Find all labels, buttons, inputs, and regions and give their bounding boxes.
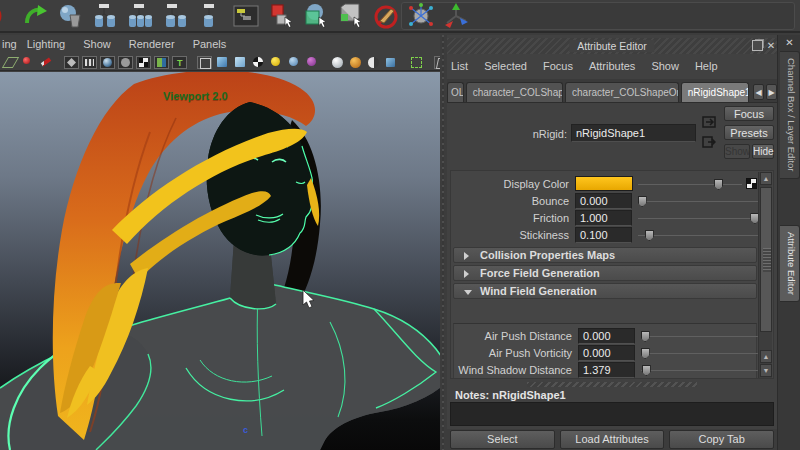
menu-focus[interactable]: Focus bbox=[543, 60, 573, 72]
hide-button[interactable]: Hide bbox=[752, 144, 774, 159]
eye-diamond-icon[interactable] bbox=[64, 56, 79, 69]
air-push-distance-field[interactable]: 0.000 bbox=[578, 328, 635, 344]
cube-green-select-icon[interactable] bbox=[338, 3, 364, 29]
viewport-toolbar bbox=[0, 55, 447, 71]
ball-yellow-icon[interactable] bbox=[269, 56, 284, 69]
cube-blue-light-icon[interactable] bbox=[233, 56, 248, 69]
grid-plane-icon[interactable] bbox=[3, 56, 18, 69]
section-collision-properties-maps[interactable]: Collision Properties Maps bbox=[453, 247, 757, 263]
sphere-wire-select-icon[interactable] bbox=[303, 3, 329, 29]
scroll-down-icon[interactable]: ▼ bbox=[760, 364, 772, 377]
close-panel-icon[interactable]: ✕ bbox=[765, 40, 777, 52]
wind-shadow-distance-field[interactable]: 1.379 bbox=[578, 362, 635, 378]
sphere-axes-icon[interactable] bbox=[408, 3, 434, 29]
select-button[interactable]: Select bbox=[450, 430, 555, 449]
shelf-toolbar bbox=[0, 0, 800, 33]
tab-scroll-right-icon[interactable]: ▶ bbox=[766, 84, 777, 100]
sphere-white-icon[interactable] bbox=[330, 56, 345, 69]
focus-button[interactable]: Focus bbox=[724, 106, 774, 121]
ball-blue-icon[interactable] bbox=[287, 56, 302, 69]
stickiness-slider[interactable] bbox=[638, 228, 758, 242]
menu-panels[interactable]: Panels bbox=[193, 38, 227, 54]
tab-character-colshape[interactable]: character_COLShape bbox=[466, 82, 563, 102]
red-cube-select-icon[interactable] bbox=[268, 3, 294, 29]
pin-red-icon[interactable] bbox=[21, 56, 36, 69]
texture-text-icon[interactable] bbox=[172, 56, 187, 69]
menu-show[interactable]: Show bbox=[651, 60, 679, 72]
notes-textarea[interactable] bbox=[450, 402, 774, 426]
particle-tool-2-icon[interactable] bbox=[128, 3, 154, 29]
particle-tool-4-icon[interactable] bbox=[198, 3, 224, 29]
stickiness-field[interactable]: 0.100 bbox=[575, 227, 632, 243]
circle-flat-icon[interactable] bbox=[118, 56, 133, 69]
menu-attributes[interactable]: Attributes bbox=[589, 60, 635, 72]
scrollbar-thumb[interactable] bbox=[760, 187, 772, 332]
tab-character-colshapeorig[interactable]: character_COLShapeOrig bbox=[565, 82, 679, 102]
tab-partial[interactable]: OL bbox=[447, 82, 464, 102]
menu-lighting[interactable]: Lighting bbox=[27, 38, 66, 54]
texture-map-icon[interactable] bbox=[746, 178, 757, 189]
menu-renderer[interactable]: Renderer bbox=[129, 38, 175, 54]
notes-splitter[interactable] bbox=[527, 382, 697, 387]
section-wind-field-generation[interactable]: Wind Field Generation bbox=[453, 283, 757, 299]
cube-wire-icon[interactable] bbox=[197, 56, 212, 69]
particle-tool-1-icon[interactable] bbox=[93, 3, 119, 29]
split-view-icon[interactable] bbox=[154, 56, 169, 69]
sphere-trash-icon[interactable] bbox=[58, 3, 84, 29]
scroll-up-icon[interactable]: ▲ bbox=[760, 172, 772, 185]
cube-blue-icon[interactable] bbox=[215, 56, 230, 69]
nrigid-name-field[interactable]: nRigidShape1 bbox=[571, 124, 696, 142]
friction-field[interactable]: 1.000 bbox=[575, 210, 632, 226]
input-connections-icon[interactable] bbox=[702, 116, 716, 128]
tab-scroll-left-icon[interactable]: ◀ bbox=[753, 84, 764, 100]
panel-splitter[interactable] bbox=[440, 35, 447, 450]
film-strip-icon[interactable] bbox=[82, 56, 97, 69]
load-attributes-button[interactable]: Load Attributes bbox=[560, 430, 665, 449]
menu-partial[interactable]: ing bbox=[2, 38, 17, 54]
attributes-scrollbar[interactable]: ▲ ▲ ▼ bbox=[758, 172, 772, 378]
dock-close-icon[interactable]: ✕ bbox=[783, 36, 796, 49]
air-push-vorticity-slider[interactable] bbox=[641, 346, 761, 360]
copy-tab-button[interactable]: Copy Tab bbox=[669, 430, 774, 449]
section-force-field-generation[interactable]: Force Field Generation bbox=[453, 265, 757, 281]
output-connections-icon[interactable] bbox=[702, 136, 716, 148]
presets-button[interactable]: Presets bbox=[724, 125, 774, 140]
float-panel-icon[interactable] bbox=[752, 40, 763, 51]
green-curved-arrow-icon[interactable] bbox=[23, 3, 49, 29]
air-push-vorticity-field[interactable]: 0.000 bbox=[578, 345, 635, 361]
half-sphere-icon[interactable] bbox=[366, 56, 381, 69]
select-dashed-icon[interactable] bbox=[409, 56, 424, 69]
display-color-swatch[interactable] bbox=[575, 176, 633, 191]
display-color-slider[interactable] bbox=[638, 177, 742, 191]
air-push-distance-slider[interactable] bbox=[641, 329, 761, 343]
toolbar-separator bbox=[190, 56, 194, 69]
brush-red-icon[interactable] bbox=[39, 56, 54, 69]
particle-tool-3-icon[interactable] bbox=[163, 3, 189, 29]
dock-tab-channel-box[interactable]: Channel Box / Layer Editor bbox=[780, 51, 800, 179]
node-editor-icon[interactable] bbox=[233, 3, 259, 29]
red-ring-partial-icon[interactable] bbox=[0, 3, 14, 29]
checker-board-icon[interactable] bbox=[136, 56, 151, 69]
scroll-up2-icon[interactable]: ▲ bbox=[760, 350, 772, 363]
checker-sphere-icon[interactable] bbox=[251, 56, 266, 69]
cube-small-blue-icon[interactable] bbox=[384, 56, 399, 69]
attribute-editor-titlebar[interactable]: Attribute Editor ✕ bbox=[447, 38, 777, 54]
wind-shadow-distance-slider[interactable] bbox=[641, 363, 761, 377]
paint-restrict-icon[interactable] bbox=[373, 3, 399, 29]
bounce-field[interactable]: 0.000 bbox=[575, 193, 632, 209]
ball-purple-icon[interactable] bbox=[305, 56, 320, 69]
viewport-panel: ing Lighting Show Renderer Panels bbox=[0, 35, 447, 450]
menu-list[interactable]: List bbox=[451, 60, 468, 72]
bounce-slider[interactable] bbox=[638, 194, 758, 208]
sphere-orange-icon[interactable] bbox=[348, 56, 363, 69]
friction-slider[interactable] bbox=[638, 211, 758, 225]
dock-tab-attribute-editor[interactable]: Attribute Editor bbox=[780, 225, 800, 302]
tab-nrigidshape1[interactable]: nRigidShape1 bbox=[681, 82, 749, 102]
menu-show[interactable]: Show bbox=[83, 38, 111, 54]
show-button[interactable]: Show bbox=[724, 144, 750, 159]
sphere-shaded-icon[interactable] bbox=[100, 56, 115, 69]
axes-rgb-icon[interactable] bbox=[443, 3, 469, 29]
viewport-canvas[interactable]: c Viewport 2.0 bbox=[0, 72, 447, 450]
menu-selected[interactable]: Selected bbox=[484, 60, 527, 72]
menu-help[interactable]: Help bbox=[695, 60, 718, 72]
